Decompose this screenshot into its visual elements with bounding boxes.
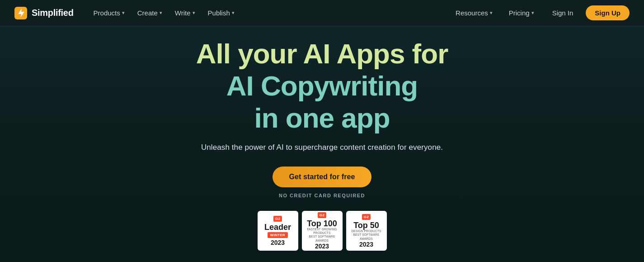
badge-leader: G2 Leader WINTER 2023	[258, 211, 298, 251]
badge-top100-title: Top 100	[307, 219, 337, 228]
navbar-right: Resources ▾ Pricing ▾ Sign In Sign Up	[450, 5, 630, 20]
products-chevron-icon: ▾	[122, 10, 125, 16]
hero-section: All your AI Apps for AI Copywriting in o…	[0, 26, 644, 262]
write-chevron-icon: ▾	[193, 10, 195, 16]
publish-chevron-icon: ▾	[232, 10, 235, 16]
badge-top100: G2 Top 100 Fastest Growing Products BEST…	[302, 211, 343, 251]
badge-g2-label-2: G2	[318, 212, 327, 218]
navbar-left: Simplified Products ▾ Create ▾ Write ▾ P…	[14, 6, 240, 19]
badge-top50-desc: Design Products	[351, 229, 381, 233]
hero-title-line2: AI Copywriting	[196, 70, 448, 102]
nav-item-write[interactable]: Write ▾	[169, 6, 201, 19]
sign-up-button[interactable]: Sign Up	[586, 5, 630, 20]
badge-top50-year: 2023	[359, 241, 373, 248]
nav-item-publish[interactable]: Publish ▾	[202, 6, 240, 19]
nav-item-pricing[interactable]: Pricing ▾	[503, 6, 540, 19]
badge-leader-title: Leader	[264, 223, 291, 231]
no-credit-card-text: NO CREDIT CARD REQUIRED	[279, 193, 365, 198]
hero-subtitle: Unleash the power of AI to supercharge c…	[201, 143, 443, 152]
badge-leader-subtitle: WINTER	[268, 232, 288, 238]
hero-title-line1: All your AI Apps for	[196, 38, 448, 70]
badges-container: G2 Leader WINTER 2023 G2 Top 100 Fastest…	[258, 211, 387, 251]
logo[interactable]: Simplified	[14, 7, 74, 19]
badge-leader-year: 2023	[271, 239, 285, 246]
badge-top100-year: 2023	[315, 243, 329, 250]
navbar: Simplified Products ▾ Create ▾ Write ▾ P…	[0, 0, 644, 26]
hero-title: All your AI Apps for AI Copywriting in o…	[196, 38, 448, 134]
nav-item-resources[interactable]: Resources ▾	[450, 6, 498, 19]
badge-g2-label-1: G2	[273, 216, 282, 222]
sign-in-button[interactable]: Sign In	[545, 6, 581, 19]
resources-chevron-icon: ▾	[490, 10, 493, 16]
badge-top100-award: BEST SOFTWARE AWARDS	[306, 235, 338, 243]
cta-button[interactable]: Get started for free	[273, 167, 371, 187]
badge-top50-award: BEST SOFTWARE AWARDS	[351, 233, 382, 241]
badge-top100-desc: Fastest Growing Products	[306, 228, 338, 235]
logo-text: Simplified	[32, 8, 74, 18]
create-chevron-icon: ▾	[160, 10, 162, 16]
badge-top50-title: Top 50	[353, 221, 379, 229]
badge-g2-label-3: G2	[362, 214, 371, 220]
nav-item-products[interactable]: Products ▾	[88, 6, 130, 19]
nav-item-create[interactable]: Create ▾	[132, 6, 168, 19]
logo-icon	[14, 7, 27, 19]
nav-items: Products ▾ Create ▾ Write ▾ Publish ▾	[88, 6, 240, 19]
badge-top50: G2 Top 50 Design Products BEST SOFTWARE …	[346, 211, 387, 251]
hero-title-line3: in one app	[196, 102, 448, 134]
pricing-chevron-icon: ▾	[531, 10, 534, 16]
